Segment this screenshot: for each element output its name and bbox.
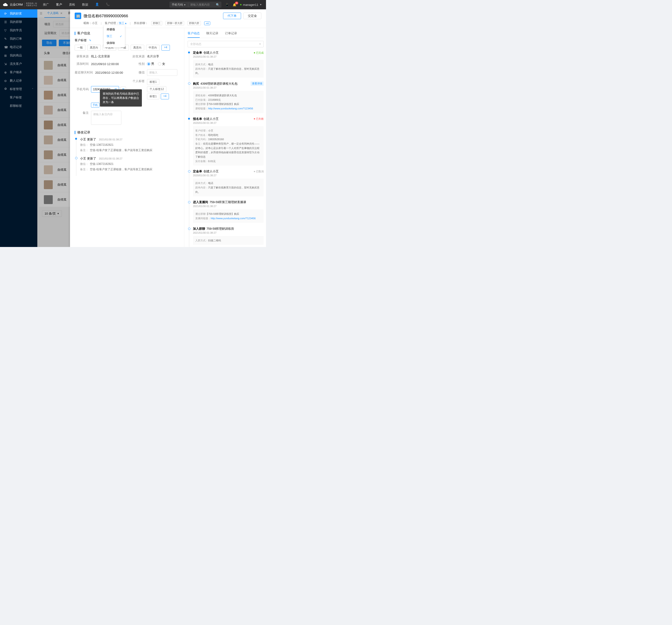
sidebar-item-lost[interactable]: ⇲流失客户 [0, 60, 37, 68]
right-tabs: 客户动态 聊天记录 订单记录 [188, 31, 264, 38]
nav-customer[interactable]: 客户 [56, 3, 62, 7]
dropdown-option[interactable]: 师馨薇 [104, 26, 125, 33]
search: 手机号码 ▼ 🔍 [169, 2, 221, 8]
nav-qc[interactable]: 质检 [69, 3, 75, 7]
log-item: 小王 更新了2021/01/30 01:38:27微信：空值-136721828… [76, 138, 179, 156]
topbar: 云朵CRM 教育机构一站式服务云平台 推广 客户 质检 数据 👤 📞 手机号码 … [0, 0, 266, 9]
logo: 云朵CRM 教育机构一站式服务云平台 [0, 2, 37, 7]
cloud-icon [3, 2, 8, 7]
refresh-icon: ⟳ [4, 12, 7, 16]
activity-filter[interactable]: 全部动态▼ [188, 41, 264, 47]
sidebar-item-students[interactable]: ▽我的学员 [0, 26, 37, 34]
groups-more[interactable]: +4 [204, 22, 211, 25]
timeline-item: 定金单创建人小王已取消 2020/01/30 01:38:27 跟单方式：电话跟… [189, 169, 264, 200]
sidebar-item-friends[interactable]: ⟳我的好友 [0, 9, 37, 18]
sidebar-sub-group-tags[interactable]: 群聊标签 [0, 102, 37, 110]
right-pane: 客户动态 聊天记录 订单记录 全部动态▼ 定金单创建人小王已完成 2020/01… [184, 28, 266, 247]
phone-tooltip: 查询到此手机号码在系统中已存在，可以将两条客户数据合并为一条 [100, 89, 142, 106]
personal-tags-more[interactable]: +4 [161, 94, 169, 99]
customer-tags: 一般 高意向 中意向 一般 高意向 中意向 +4 [75, 45, 179, 51]
tab-chat[interactable]: 聊天记录 [206, 31, 218, 38]
nav-promo[interactable]: 推广 [43, 3, 49, 7]
search-type-select[interactable]: 手机号码 ▼ [169, 3, 188, 7]
user-icon[interactable]: 👤 [95, 3, 99, 7]
device-icon[interactable]: 📱 [225, 3, 229, 6]
edit-icon[interactable]: ✎ [89, 39, 91, 42]
sidebar-item-goods[interactable]: ⊞我的商品 [0, 51, 37, 60]
deposit-button[interactable]: 交定金 [243, 12, 261, 19]
phone-icon[interactable]: 📞 [106, 3, 110, 7]
log-item: 小王 更新了2021/01/30 01:38:27微信：空值-136721828… [76, 156, 179, 176]
drawer-title: 微信名称6789990000966 [83, 13, 221, 19]
remark-textarea[interactable]: 请输入备注内容 [91, 111, 121, 125]
tab-activity[interactable]: 客户动态 [188, 31, 200, 38]
timeline-item: 进入直播间759-59班第三期理财直播课 2021/01/30 01:38:27… [189, 200, 264, 226]
bell-icon[interactable]: 🔔5 [233, 3, 236, 6]
manager-dropdown-trigger[interactable]: 客户经理：张三 ▴ [105, 21, 126, 25]
manager-dropdown: 师馨薇 张三✓ 俱保咏 [104, 25, 125, 47]
sidebar-item-groups[interactable]: ☰我的群聊 [0, 18, 37, 26]
left-pane: 客户信息 客户标签 ✎ 一般 高意向 中意向 一般 高意向 中意向 +4 获客来… [70, 28, 184, 247]
sidebar-item-orders[interactable]: ✎我的订单 [0, 34, 37, 43]
gender-radio[interactable]: 男 女 [147, 62, 165, 66]
top-nav: 推广 客户 质检 数据 👤 📞 [43, 3, 110, 7]
view-detail[interactable]: 查看详情 [250, 81, 264, 86]
timeline-item: 报名单创建人小王已失败 2020/01/30 01:38:27 客户经理：小王客… [189, 117, 264, 170]
tags-more[interactable]: +4 [162, 45, 170, 51]
sidebar-item-inherit[interactable]: ⊕客户继承 [0, 68, 37, 76]
dropdown-option[interactable]: 俱保咏 [104, 40, 125, 46]
search-input[interactable] [188, 3, 214, 6]
search-icon[interactable]: 🔍 [214, 3, 221, 6]
top-right: 手机号码 ▼ 🔍 📱 🔔5 manager11 ▼ [169, 2, 266, 8]
building-icon: 🏢 [75, 12, 81, 19]
status-dot-icon [240, 4, 241, 5]
wechat-input[interactable] [147, 69, 177, 76]
chevron-down-icon: ▼ [260, 3, 262, 6]
sidebar-item-tags[interactable]: ⚙标签管理⌃ [0, 85, 37, 93]
check-icon: ✓ [120, 35, 122, 38]
sidebar: ⟳我的好友 ☰我的群聊 ▽我的学员 ✎我的订单 ☎电话记录 ⊞我的商品 ⇲流失客… [0, 9, 37, 247]
drawer-header: 🏢 微信名称6789990000966 代下单 交定金 昵称：小王 | 客户经理… [70, 9, 266, 28]
sidebar-sub-customer-tags[interactable]: 客户标签 [0, 93, 37, 102]
chevron-up-icon: ⌃ [32, 88, 33, 90]
modify-log-title: 修改记录 [75, 130, 179, 134]
proxy-order-button[interactable]: 代下单 [223, 12, 241, 19]
timeline-item: 定金单创建人小王已完成 2020/01/30 01:38:27 跟单方式：电话跟… [189, 51, 264, 81]
sidebar-item-calls[interactable]: ☎电话记录 [0, 43, 37, 51]
nav-data[interactable]: 数据 [82, 3, 88, 7]
timeline: 定金单创建人小王已完成 2020/01/30 01:38:27 跟单方式：电话跟… [189, 51, 264, 247]
customer-drawer: 🏢 微信名称6789990000966 代下单 交定金 昵称：小王 | 客户经理… [70, 9, 266, 247]
timeline-item: 购买4399理财课进阶课程大礼包查看详情 2020/01/30 01:38:27… [189, 81, 264, 117]
customer-info-title: 客户信息 [75, 31, 179, 35]
timeline-item: 加入群聊759-59班理财训练营 2021/01/30 01:38:27 入群方… [189, 227, 264, 247]
dropdown-option[interactable]: 张三✓ [104, 33, 125, 40]
phone-link-button[interactable]: 手机 [91, 103, 99, 107]
sidebar-item-delete[interactable]: ⊖删人记录 [0, 76, 37, 85]
tab-orders[interactable]: 订单记录 [225, 31, 237, 38]
user-menu[interactable]: manager11 ▼ [240, 3, 262, 6]
